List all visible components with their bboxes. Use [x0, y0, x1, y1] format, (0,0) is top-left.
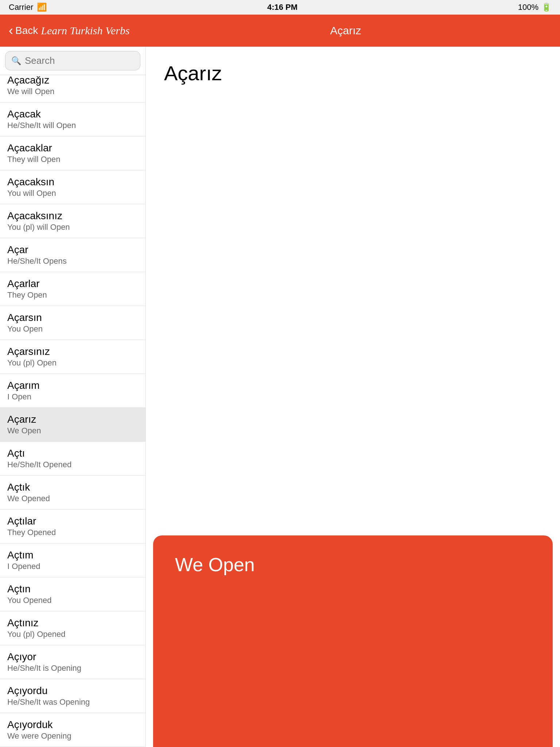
verb-name: Açtım [7, 549, 138, 561]
status-bar-right: 100% 🔋 [518, 3, 551, 12]
detail-translation: We Open [175, 554, 255, 576]
verb-list: AçacağımI will OpenAçacağızWe will OpenA… [0, 75, 145, 747]
status-bar-time: 4:16 PM [267, 3, 298, 12]
verb-name: Açacaklar [7, 142, 138, 154]
search-input-wrapper[interactable]: 🔍 [5, 51, 140, 70]
verb-translation: We will Open [7, 87, 138, 96]
verb-name: Açacağız [7, 75, 138, 86]
detail-top-section: Açarız [146, 47, 560, 535]
status-bar: Carrier 📶 4:16 PM 100% 🔋 [0, 0, 560, 15]
nav-left-section: ‹ Back Learn Turkish Verbs [0, 23, 146, 38]
verb-translation: You (pl) will Open [7, 222, 138, 232]
verb-name: Açacak [7, 108, 138, 120]
verb-list-item[interactable]: AçtıkWe Opened [0, 476, 145, 510]
verb-list-item[interactable]: AçtınYou Opened [0, 577, 145, 611]
verb-name: Açacaksınız [7, 210, 138, 222]
verb-translation: He/She/It was Opening [7, 697, 138, 707]
verb-list-item[interactable]: AçıyorduHe/She/It was Opening [0, 679, 145, 713]
verb-list-item[interactable]: AçacakHe/She/It will Open [0, 102, 145, 136]
verb-list-item[interactable]: AçarsınYou Open [0, 306, 145, 340]
verb-translation: You Opened [7, 596, 138, 605]
verb-translation: They Opened [7, 528, 138, 537]
verb-name: Açar [7, 244, 138, 256]
status-bar-left: Carrier 📶 [9, 3, 47, 12]
verb-translation: He/She/It Opened [7, 460, 138, 469]
verb-list-item[interactable]: AçtılarThey Opened [0, 510, 145, 543]
verb-name: Açtınız [7, 617, 138, 629]
verb-name: Açıyor [7, 651, 138, 663]
verb-list-item[interactable]: AçtımI Opened [0, 543, 145, 577]
verb-name: Açtık [7, 481, 138, 493]
main-layout: 🔍 AçacağımI will OpenAçacağızWe will Ope… [0, 47, 560, 747]
verb-list-item[interactable]: AçtıHe/She/It Opened [0, 442, 145, 476]
verb-list-item[interactable]: AçarımI Open [0, 374, 145, 408]
nav-bar: ‹ Back Learn Turkish Verbs Açarız [0, 15, 560, 47]
verb-translation: They will Open [7, 155, 138, 164]
verb-translation: He/She/It is Opening [7, 663, 138, 673]
right-panel: Açarız We Open [146, 47, 560, 747]
verb-name: Açarız [7, 414, 138, 425]
search-icon: 🔍 [11, 56, 21, 66]
back-button[interactable]: ‹ Back [9, 23, 38, 38]
verb-translation: You (pl) Open [7, 358, 138, 368]
verb-name: Açarsın [7, 312, 138, 324]
verb-list-item[interactable]: AçarızWe Open [0, 408, 145, 442]
verb-name: Açtılar [7, 515, 138, 527]
verb-translation: You (pl) Opened [7, 630, 138, 639]
verb-list-item[interactable]: AçıyorHe/She/It is Opening [0, 645, 145, 679]
verb-list-item[interactable]: AçacaksınYou will Open [0, 170, 145, 204]
verb-translation: He/She/It Opens [7, 256, 138, 266]
verb-list-item[interactable]: AçtınızYou (pl) Opened [0, 611, 145, 645]
verb-translation: We were Opening [7, 731, 138, 741]
verb-name: Açtın [7, 583, 138, 595]
app-title: Learn Turkish Verbs [41, 24, 129, 37]
verb-translation: You will Open [7, 189, 138, 198]
verb-translation: I Opened [7, 562, 138, 571]
search-container: 🔍 [0, 47, 145, 75]
battery-label: 100% [518, 3, 538, 12]
verb-translation: They Open [7, 290, 138, 300]
verb-list-item[interactable]: AçarlarThey Open [0, 272, 145, 306]
verb-list-item[interactable]: AçarHe/She/It Opens [0, 238, 145, 272]
verb-translation: We Opened [7, 494, 138, 503]
verb-list-item[interactable]: AçacaksınızYou (pl) will Open [0, 204, 145, 238]
wifi-icon: 📶 [37, 3, 47, 12]
verb-list-item[interactable]: AçacağızWe will Open [0, 75, 145, 102]
verb-translation: He/She/It will Open [7, 121, 138, 130]
verb-name: Açtı [7, 448, 138, 459]
verb-name: Açacaksın [7, 176, 138, 188]
verb-name: Açarsınız [7, 346, 138, 357]
verb-name: Açarlar [7, 278, 138, 290]
verb-name: Açarım [7, 380, 138, 391]
nav-selected-verb: Açarız [146, 24, 560, 37]
carrier-label: Carrier [9, 3, 33, 12]
left-panel: 🔍 AçacağımI will OpenAçacağızWe will Ope… [0, 47, 146, 747]
verb-translation: We Open [7, 426, 138, 436]
detail-bottom-section: We Open [153, 535, 553, 747]
battery-icon: 🔋 [541, 3, 551, 12]
verb-name: Açıyordu [7, 685, 138, 697]
search-input[interactable] [25, 55, 143, 66]
detail-verb-title: Açarız [164, 61, 222, 85]
verb-list-item[interactable]: AçarsınızYou (pl) Open [0, 340, 145, 374]
verb-list-item[interactable]: AçıyordukWe were Opening [0, 713, 145, 747]
verb-translation: You Open [7, 324, 138, 334]
verb-translation: I Open [7, 392, 138, 402]
back-label: Back [15, 25, 38, 36]
verb-name: Açıyorduk [7, 719, 138, 731]
back-chevron-icon: ‹ [9, 23, 13, 38]
verb-list-item[interactable]: AçacaklarThey will Open [0, 136, 145, 170]
